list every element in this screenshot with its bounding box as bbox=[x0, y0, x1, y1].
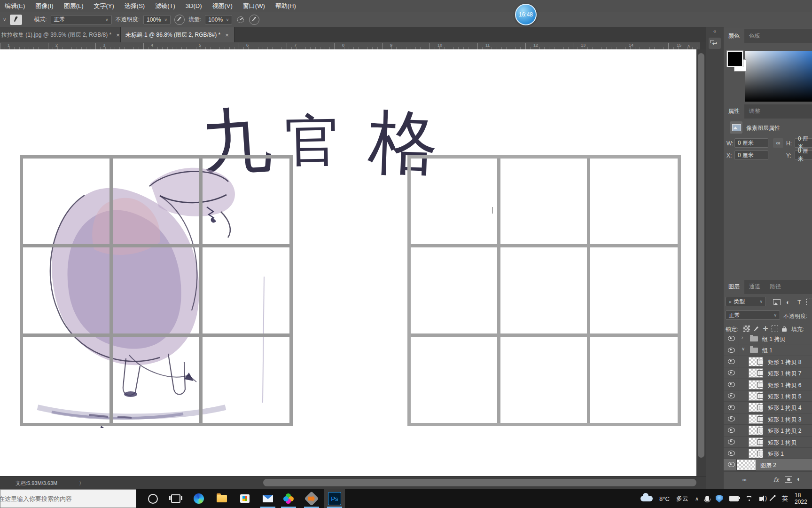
vertical-scrollbar-thumb[interactable] bbox=[698, 53, 704, 458]
filter-shape-layers-icon[interactable] bbox=[806, 299, 812, 305]
security-shield-icon[interactable] bbox=[716, 495, 723, 503]
menu-window[interactable]: 窗口(W) bbox=[243, 2, 265, 10]
show-hidden-icons-chevron[interactable]: ∧ bbox=[695, 496, 699, 502]
weather-condition[interactable]: 多云 bbox=[676, 494, 688, 503]
visibility-toggle[interactable] bbox=[724, 425, 739, 436]
cortana-button[interactable] bbox=[142, 489, 163, 508]
tab-color[interactable]: 颜色 bbox=[724, 29, 744, 43]
scroll-up-arrow[interactable]: ∧ bbox=[687, 43, 690, 48]
visibility-toggle[interactable] bbox=[724, 367, 739, 378]
lock-pixels-icon[interactable] bbox=[753, 325, 759, 332]
menu-edit[interactable]: 编辑(E) bbox=[5, 2, 25, 10]
layer-row-group1-copy[interactable]: › 组 1 拷贝 bbox=[724, 333, 812, 344]
lock-position-icon[interactable]: ✛ bbox=[762, 325, 769, 332]
menu-view[interactable]: 视图(V) bbox=[212, 2, 232, 10]
document-tab-active[interactable]: 未标题-1 @ 86.8% (图层 2, RGB/8#) * × bbox=[121, 27, 234, 42]
visibility-toggle[interactable] bbox=[724, 379, 739, 390]
mail-button[interactable] bbox=[258, 489, 278, 508]
layer-mask-icon[interactable] bbox=[785, 476, 792, 483]
foreground-color-swatch[interactable] bbox=[727, 51, 743, 67]
edge-button[interactable] bbox=[188, 489, 209, 508]
y-field[interactable]: 0 厘米 bbox=[795, 151, 812, 160]
layer-filter-dropdown[interactable]: ⌕类型 ∨ bbox=[726, 297, 766, 306]
layer-row-rect1[interactable]: 矩形 1 bbox=[724, 448, 812, 459]
input-language-indicator[interactable]: 英 bbox=[782, 494, 788, 503]
width-field[interactable]: 0 厘米 bbox=[734, 138, 768, 148]
layer-row-rect1-copy4[interactable]: 矩形 1 拷贝 4 bbox=[724, 402, 812, 413]
filter-pixel-layers-icon[interactable] bbox=[773, 298, 781, 306]
chevron-down-icon[interactable]: ∨ bbox=[742, 346, 745, 351]
menu-select[interactable]: 选择(S) bbox=[125, 2, 145, 10]
menu-image[interactable]: 图像(I) bbox=[35, 2, 53, 10]
document-tab-inactive[interactable]: 拉拉收集 (1).jpg @ 39.5% (图层 2, RGB/8) * × bbox=[0, 27, 121, 42]
menu-layer[interactable]: 图层(L) bbox=[64, 2, 84, 10]
layer-row-rect1-copy7[interactable]: 矩形 1 拷贝 7 bbox=[724, 367, 812, 379]
link-dimensions-icon[interactable]: ∞ bbox=[773, 138, 783, 148]
store-button[interactable] bbox=[234, 489, 255, 508]
layer-row-rect1-copy6[interactable]: 矩形 1 拷贝 6 bbox=[724, 379, 812, 390]
link-layers-icon[interactable]: ∞ bbox=[742, 476, 747, 483]
horizontal-scrollbar-thumb[interactable] bbox=[263, 479, 696, 486]
layer-row-rect1-copy3[interactable]: 矩形 1 拷贝 3 bbox=[724, 413, 812, 425]
screen-recorder-timer[interactable]: 16:48 bbox=[515, 4, 537, 25]
tab-adjustments[interactable]: 调整 bbox=[744, 104, 765, 119]
layer-row-rect1-copy[interactable]: 矩形 1 拷贝 bbox=[724, 437, 812, 448]
blend-mode-dropdown[interactable]: 正常∨ bbox=[51, 15, 112, 24]
history-panel-icon[interactable]: ↩ bbox=[709, 38, 721, 49]
pen-input-icon[interactable] bbox=[769, 496, 774, 501]
visibility-toggle[interactable] bbox=[724, 402, 739, 413]
filter-adjustment-layers-icon[interactable]: ◐ bbox=[784, 298, 792, 306]
format-factory-button[interactable] bbox=[301, 489, 322, 508]
taskbar-clock[interactable]: 18 2022 bbox=[795, 492, 809, 505]
brush-preset-icon[interactable] bbox=[10, 15, 22, 25]
layer-effects-icon[interactable]: fx bbox=[773, 476, 779, 483]
battery-icon[interactable] bbox=[729, 496, 739, 501]
menu-filter[interactable]: 滤镜(T) bbox=[155, 2, 175, 10]
tab-swatches[interactable]: 色板 bbox=[744, 29, 765, 43]
microphone-icon[interactable] bbox=[705, 496, 709, 501]
search-input[interactable] bbox=[0, 495, 136, 503]
lock-all-icon[interactable] bbox=[781, 325, 788, 332]
height-field[interactable]: 0 厘米 bbox=[795, 138, 812, 148]
airbrush-icon[interactable] bbox=[236, 15, 245, 24]
visibility-toggle[interactable] bbox=[724, 356, 739, 367]
menu-3d[interactable]: 3D(D) bbox=[186, 2, 202, 9]
tool-preset-arrow-icon[interactable]: ∨ bbox=[3, 17, 6, 22]
flow-dropdown[interactable]: 100%∨ bbox=[205, 15, 232, 24]
x-field[interactable]: 0 厘米 bbox=[734, 151, 768, 160]
visibility-toggle[interactable] bbox=[724, 448, 739, 459]
wifi-icon[interactable] bbox=[745, 496, 753, 501]
chevron-right-icon[interactable]: › bbox=[742, 335, 743, 340]
visibility-toggle[interactable] bbox=[724, 390, 739, 401]
visibility-toggle[interactable] bbox=[724, 333, 739, 344]
photoshop-button[interactable]: Ps bbox=[324, 489, 345, 508]
vertical-scrollbar[interactable] bbox=[696, 49, 706, 476]
status-arrow-icon[interactable]: 〉 bbox=[79, 480, 84, 487]
color-picker-field[interactable] bbox=[745, 51, 812, 102]
volume-icon[interactable] bbox=[759, 497, 762, 501]
weather-temperature[interactable]: 8°C bbox=[659, 495, 670, 502]
layer-row-rect1-copy5[interactable]: 矩形 1 拷贝 5 bbox=[724, 390, 812, 402]
layer-blend-mode-dropdown[interactable]: 正常 ∨ bbox=[726, 310, 780, 320]
layer-row-group1[interactable]: ∨ 组 1 bbox=[724, 344, 812, 356]
tab-channels[interactable]: 通道 bbox=[744, 280, 765, 294]
lock-transparency-icon[interactable] bbox=[743, 325, 750, 332]
file-explorer-button[interactable] bbox=[211, 489, 232, 508]
pressure-opacity-icon[interactable] bbox=[174, 15, 185, 25]
layer-thumbnail[interactable] bbox=[737, 460, 756, 470]
lock-artboard-icon[interactable] bbox=[772, 325, 778, 332]
tab-paths[interactable]: 路径 bbox=[765, 280, 786, 294]
close-icon[interactable]: × bbox=[116, 32, 120, 39]
filter-text-layers-icon[interactable]: T bbox=[795, 298, 804, 306]
layer-row-rect1-copy8[interactable]: 矩形 1 拷贝 8 bbox=[724, 356, 812, 367]
visibility-toggle[interactable] bbox=[724, 344, 739, 355]
menu-help[interactable]: 帮助(H) bbox=[275, 2, 296, 10]
adjustment-layer-icon[interactable]: ◐ bbox=[797, 475, 801, 483]
layer-row-rect1-copy2[interactable]: 矩形 1 拷贝 2 bbox=[724, 425, 812, 436]
layer-row-layer2-selected[interactable]: 图层 2 bbox=[724, 459, 812, 470]
tab-layers[interactable]: 图层 bbox=[724, 280, 744, 294]
opacity-dropdown[interactable]: 100%∨ bbox=[143, 15, 171, 24]
menu-type[interactable]: 文字(Y) bbox=[94, 2, 114, 10]
weather-cloud-icon[interactable] bbox=[640, 496, 653, 501]
photos-app-button[interactable] bbox=[278, 489, 299, 508]
